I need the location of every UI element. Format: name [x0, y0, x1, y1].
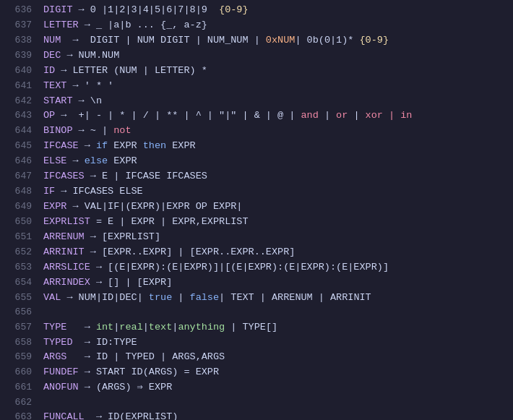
line-number: 651: [6, 230, 32, 244]
token: ARGS: [43, 351, 66, 362]
token: real: [119, 322, 142, 333]
token: → NUM.NUM: [61, 50, 119, 61]
line-number: 650: [6, 215, 32, 229]
token: FUNDEF: [43, 367, 79, 377]
token: EXPR: [166, 140, 196, 151]
line: 636DIGIT → 0 |1|2|3|4|5|6|7|8|9 {0-9}: [0, 3, 513, 18]
line-content: TEXT → ' * ': [43, 79, 507, 94]
token: ID: [43, 65, 55, 76]
line-content: TYPED → ID:TYPE: [43, 335, 507, 351]
token: → _ |a|b ... {_, a-z}: [79, 20, 207, 30]
token: →: [79, 140, 96, 151]
token: → ' * ': [66, 80, 113, 91]
token: EXPR: [108, 140, 143, 151]
line-number: 641: [6, 79, 32, 93]
token: → ~ |: [73, 125, 114, 136]
token: = E | EXPR | EXPR,EXPRLIST: [90, 216, 249, 227]
token: |: [172, 292, 189, 303]
token: EXPR: [108, 155, 137, 166]
token: xor: [366, 110, 383, 121]
line: 640ID → LETTER (NUM | LETTER) *: [0, 64, 513, 79]
token: → IFCASES ELSE: [55, 186, 143, 197]
line: 656: [0, 305, 513, 320]
token: 0xNUM: [266, 35, 296, 46]
line-number: 655: [6, 291, 32, 305]
line: 659ARGS → ID | TYPED | ARGS,ARGS: [0, 350, 513, 365]
line-content: OP → +| - | * | / | ** | ^ | "|" | & | @…: [43, 108, 507, 124]
token: false: [190, 292, 220, 303]
token: → 0 |1|2|3|4|5|6|7|8|9: [73, 4, 220, 15]
line-content: ID → LETTER (NUM | LETTER) *: [43, 64, 507, 79]
token: ARRINDEX: [43, 277, 90, 288]
line-content: FUNDEF → START ID(ARGS) = EXPR: [43, 365, 507, 380]
token: DIGIT: [43, 4, 73, 15]
line: 654ARRINDEX → [] | [EXPR]: [0, 275, 513, 291]
token: → +| - | * | / | ** | ^ | "|" | & | @ |: [55, 110, 301, 121]
token: else: [85, 155, 108, 166]
line-content: IFCASES → E | IFCASE IFCASES: [43, 169, 507, 184]
line-content: IF → IFCASES ELSE: [43, 184, 507, 200]
token: FUNCALL: [43, 411, 85, 420]
token: anything: [178, 322, 225, 333]
token: ARRINIT: [43, 247, 85, 257]
token: → \n: [73, 95, 103, 106]
token: ARRSLICE: [43, 262, 90, 273]
line: 662: [0, 395, 513, 410]
line-number: 645: [6, 139, 32, 153]
line-content: ARGS → ID | TYPED | ARGS,ARGS: [43, 350, 507, 365]
line: 655VAL → NUM|ID|DEC| true | false| TEXT …: [0, 291, 513, 306]
line: 649EXPR → VAL|IF|(EXPR)|EXPR OP EXPR|: [0, 200, 513, 215]
line-content: EXPR → VAL|IF|(EXPR)|EXPR OP EXPR|: [43, 200, 507, 215]
line-content: START → \n: [43, 94, 507, 109]
line-number: 657: [6, 320, 32, 335]
token: IFCASES: [43, 171, 85, 181]
token: → [] | [EXPR]: [90, 277, 172, 288]
line-content: FUNCALL → ID(EXPRLIST): [43, 410, 507, 420]
line-number: 646: [6, 154, 32, 168]
line-number: 642: [6, 94, 32, 108]
line: 652ARRINIT → [EXPR..EXPR] | [EXPR..EXPR.…: [0, 245, 513, 260]
line-number: 656: [6, 305, 32, 320]
token: OP: [43, 110, 55, 121]
token: → [EXPR..EXPR] | [EXPR..EXPR..EXPR]: [85, 247, 296, 257]
line-number: 648: [6, 184, 32, 199]
token: →: [66, 322, 96, 333]
token: → ID(EXPRLIST): [85, 411, 178, 420]
line: 653ARRSLICE → [(E|EXPR):(E|EXPR)]|[(E|EX…: [0, 260, 513, 275]
line-content: LETTER → _ |a|b ... {_, a-z}: [43, 18, 507, 33]
token: TEXT: [43, 80, 66, 91]
token: ARRENUM: [43, 231, 85, 242]
token: | in: [383, 110, 413, 121]
token: |: [348, 110, 365, 121]
line: 663FUNCALL → ID(EXPRLIST): [0, 410, 513, 420]
line: 637LETTER → _ |a|b ... {_, a-z}: [0, 18, 513, 33]
token: ELSE: [43, 155, 66, 166]
token: BINOP: [43, 125, 73, 136]
line: 643OP → +| - | * | / | ** | ^ | "|" | & …: [0, 108, 513, 124]
line-content: ARRENUM → [EXPRLIST]: [43, 230, 507, 245]
line: 638NUM → DIGIT | NUM DIGIT | NUM_NUM | 0…: [0, 33, 513, 48]
line-content: EXPRLIST = E | EXPR | EXPR,EXPRLIST: [43, 215, 507, 230]
line-content: IFCASE → if EXPR then EXPR: [43, 139, 507, 154]
line: 657TYPE → int|real|text|anything | TYPE[…: [0, 320, 513, 335]
line: 642START → \n: [0, 94, 513, 109]
token: not: [113, 125, 131, 136]
line: 644BINOP → ~ | not: [0, 124, 513, 139]
line: 648IF → IFCASES ELSE: [0, 184, 513, 200]
line-number: 639: [6, 48, 32, 63]
line-content: ARRINDEX → [] | [EXPR]: [43, 275, 507, 291]
line: 651ARRENUM → [EXPRLIST]: [0, 230, 513, 245]
token: → [EXPRLIST]: [85, 231, 160, 242]
token: | 0b(0|1)*: [295, 35, 359, 46]
line: 661ANOFUN → (ARGS) ⇒ EXPR: [0, 380, 513, 395]
line-content: ELSE → else EXPR: [43, 154, 507, 169]
token: then: [143, 140, 166, 151]
token: TYPE: [43, 322, 66, 333]
line-number: 653: [6, 260, 32, 275]
line-number: 647: [6, 169, 32, 184]
token: ANOFUN: [43, 382, 79, 393]
line-content: ARRINIT → [EXPR..EXPR] | [EXPR..EXPR..EX…: [43, 245, 507, 260]
token: IFCASE: [43, 140, 79, 151]
line-number: 654: [6, 275, 32, 290]
line: 647IFCASES → E | IFCASE IFCASES: [0, 169, 513, 184]
